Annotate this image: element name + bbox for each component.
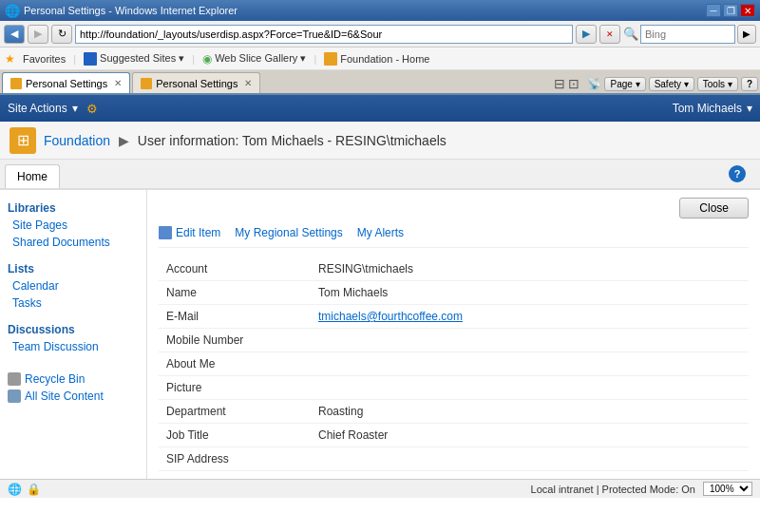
content-area: Close Edit Item My Regional Settings My … bbox=[147, 190, 760, 479]
sep2: | bbox=[192, 53, 195, 65]
favorites-button[interactable]: Favorites bbox=[23, 53, 66, 65]
user-info-table: AccountRESING\tmichaelsNameTom MichaelsE… bbox=[159, 257, 749, 471]
edit-item-button[interactable]: Edit Item bbox=[159, 226, 220, 239]
discussions-section-title[interactable]: Discussions bbox=[5, 319, 142, 338]
sidebar-item-tasks[interactable]: Tasks bbox=[5, 294, 142, 312]
go-button[interactable]: ▶ bbox=[576, 25, 597, 44]
sidebar: Libraries Site Pages Shared Documents Li… bbox=[0, 190, 147, 479]
tab-personal-settings-1[interactable]: Personal Settings ✕ bbox=[2, 72, 130, 93]
sep3: | bbox=[314, 53, 316, 65]
tab-personal-settings-2[interactable]: Personal Settings ✕ bbox=[132, 72, 260, 93]
field-label: SIP Address bbox=[159, 447, 311, 471]
suggested-sites-label: Suggested Sites ▾ bbox=[100, 52, 184, 65]
user-dropdown-arrow-icon: ▾ bbox=[747, 102, 752, 115]
breadcrumb-foundation-link[interactable]: Foundation bbox=[44, 133, 110, 148]
help-icon[interactable]: ? bbox=[729, 165, 746, 182]
stop-button[interactable]: ✕ bbox=[599, 25, 620, 44]
bing-search-button[interactable]: ▶ bbox=[737, 25, 756, 44]
refresh-button[interactable]: ↻ bbox=[51, 25, 72, 44]
field-label: Mobile Number bbox=[159, 329, 311, 352]
field-label: Department bbox=[159, 400, 311, 424]
rss-icon: 📡 bbox=[587, 77, 601, 90]
recycle-bin-label: Recycle Bin bbox=[25, 372, 85, 386]
site-actions-gear-icon: ⚙ bbox=[86, 102, 98, 116]
foundation-home-label: Foundation - Home bbox=[340, 53, 429, 65]
table-row: Job TitleChief Roaster bbox=[159, 424, 749, 447]
edit-item-label: Edit Item bbox=[176, 226, 220, 239]
page-menu-button[interactable]: Page ▾ bbox=[604, 77, 645, 91]
favorites-star-icon: ★ bbox=[5, 52, 15, 66]
restore-button[interactable]: ❐ bbox=[723, 4, 738, 17]
lists-section-title[interactable]: Lists bbox=[5, 258, 142, 277]
tab-label-1: Personal Settings bbox=[26, 78, 107, 89]
foundation-fav-icon bbox=[324, 52, 337, 66]
user-menu[interactable]: Tom Michaels ▾ bbox=[673, 102, 752, 115]
bing-input[interactable] bbox=[640, 25, 735, 44]
safety-menu-button[interactable]: Safety ▾ bbox=[649, 77, 694, 91]
field-value bbox=[311, 376, 749, 400]
tools-menu-button[interactable]: Tools ▾ bbox=[697, 77, 738, 91]
site-actions-label: Site Actions bbox=[8, 102, 67, 115]
forward-button[interactable]: ▶ bbox=[28, 25, 48, 44]
field-value: Tom Michaels bbox=[311, 281, 749, 305]
status-right: Local intranet | Protected Mode: On 100% bbox=[531, 482, 752, 496]
breadcrumb-separator-icon: ▶ bbox=[119, 133, 129, 148]
field-value: RESING\tmichaels bbox=[311, 257, 749, 281]
field-label: Account bbox=[159, 257, 311, 281]
foundation-logo: ⊞ bbox=[10, 127, 36, 154]
my-alerts-link[interactable]: My Alerts bbox=[357, 226, 404, 239]
sidebar-item-team-discussion[interactable]: Team Discussion bbox=[5, 338, 142, 355]
field-value-link[interactable]: tmichaels@fourthcoffee.com bbox=[318, 310, 463, 323]
tab-close-1[interactable]: ✕ bbox=[114, 78, 122, 88]
command-bar: Site Actions ▾ ⚙ Tom Michaels ▾ bbox=[0, 95, 760, 122]
web-slice-label: Web Slice Gallery ▾ bbox=[215, 52, 306, 65]
close-button[interactable]: Close bbox=[679, 198, 749, 218]
my-regional-settings-link[interactable]: My Regional Settings bbox=[235, 226, 342, 239]
tab-close-2[interactable]: ✕ bbox=[244, 78, 252, 88]
home-tab[interactable]: Home bbox=[5, 164, 60, 188]
back-button[interactable]: ◀ bbox=[4, 25, 25, 44]
tab-actions: ⊟ ⊡ 📡 Page ▾ Safety ▾ Tools ▾ ? bbox=[554, 76, 758, 93]
libraries-section-title[interactable]: Libraries bbox=[5, 198, 142, 217]
web-slice-gallery-button[interactable]: ◉ Web Slice Gallery ▾ bbox=[202, 52, 306, 66]
site-actions-button[interactable]: Site Actions ▾ ⚙ bbox=[8, 102, 98, 116]
ie-logo-icon: 🌐 bbox=[5, 4, 20, 18]
field-label: Name bbox=[159, 281, 311, 305]
bing-icon: 🔍 bbox=[623, 27, 638, 41]
status-left: 🌐 🔒 bbox=[8, 483, 41, 496]
page-header: ⊞ Foundation ▶ User information: Tom Mic… bbox=[0, 122, 760, 160]
status-globe-icon: 🌐 bbox=[8, 483, 22, 496]
content-inner: Close Edit Item My Regional Settings My … bbox=[147, 190, 760, 479]
foundation-logo-icon: ⊞ bbox=[17, 131, 29, 149]
table-row: DepartmentRoasting bbox=[159, 400, 749, 424]
user-name-label: Tom Michaels bbox=[673, 102, 742, 115]
field-label: Picture bbox=[159, 376, 311, 400]
table-row: SIP Address bbox=[159, 447, 749, 471]
status-lock-icon: 🔒 bbox=[27, 483, 41, 496]
minimize-button[interactable]: ─ bbox=[706, 4, 721, 17]
favorites-bar: ★ Favorites | Suggested Sites ▾ | ◉ Web … bbox=[0, 48, 760, 70]
address-input[interactable] bbox=[75, 25, 573, 44]
foundation-home-button[interactable]: Foundation - Home bbox=[324, 52, 429, 66]
sidebar-item-calendar[interactable]: Calendar bbox=[5, 277, 142, 294]
suggested-sites-button[interactable]: Suggested Sites ▾ bbox=[84, 52, 184, 66]
window-title: Personal Settings - Windows Internet Exp… bbox=[24, 5, 238, 16]
sidebar-item-shared-documents[interactable]: Shared Documents bbox=[5, 234, 142, 251]
help-menu-button[interactable]: ? bbox=[741, 77, 758, 91]
home-tab-bar: Home ? bbox=[0, 160, 760, 190]
close-button-row: Close bbox=[159, 198, 749, 218]
sidebar-item-site-pages[interactable]: Site Pages bbox=[5, 217, 142, 234]
field-label: About Me bbox=[159, 352, 311, 376]
field-label: Job Title bbox=[159, 424, 311, 447]
recycle-bin-icon bbox=[8, 372, 21, 386]
zoom-select[interactable]: 100% bbox=[703, 482, 752, 496]
table-row: Mobile Number bbox=[159, 329, 749, 352]
status-bar: 🌐 🔒 Local intranet | Protected Mode: On … bbox=[0, 479, 760, 498]
title-bar: 🌐 Personal Settings - Windows Internet E… bbox=[0, 0, 760, 21]
sidebar-item-all-site-content[interactable]: All Site Content bbox=[5, 388, 142, 405]
close-window-button[interactable]: ✕ bbox=[740, 4, 755, 17]
sidebar-item-recycle-bin[interactable]: Recycle Bin bbox=[5, 370, 142, 388]
tab-icon-2 bbox=[141, 78, 152, 89]
all-site-content-icon bbox=[8, 390, 21, 403]
edit-item-icon bbox=[159, 226, 172, 239]
